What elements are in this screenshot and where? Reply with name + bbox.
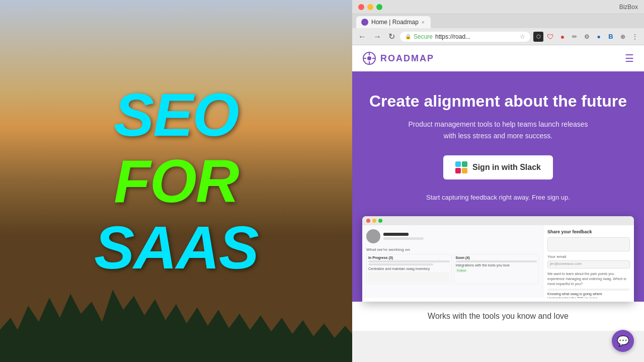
- plus-circle-icon[interactable]: ⊕: [618, 32, 628, 42]
- refresh-button[interactable]: ↻: [386, 31, 397, 42]
- address-bar: ← → ↻ 🔒 Secure https://road... ☆ ⬡ 🛡 ● ✏…: [352, 28, 644, 45]
- hero-subtitle: Product management tools to help teams l…: [408, 119, 589, 141]
- site-logo: ROADMAP: [362, 51, 434, 65]
- maximize-button[interactable]: [376, 4, 382, 10]
- hero-title: Create alignment about the future: [367, 92, 629, 111]
- preview-titlebar: [362, 216, 634, 225]
- free-signup-text: Start capturing feedback right away. Fre…: [367, 194, 629, 201]
- preview-dot-minimize: [372, 219, 376, 223]
- url-bar[interactable]: 🔒 Secure https://road... ☆: [400, 32, 530, 42]
- preview-dot-close: [366, 219, 370, 223]
- layers-icon[interactable]: ⬡: [533, 32, 543, 42]
- slack-logo-icon: [455, 161, 467, 173]
- preview-right-panel: Share your feedback Your email jim@somea…: [543, 225, 634, 298]
- app-preview: What we're working on In Progress (3) Ce…: [352, 216, 644, 302]
- pocket-icon[interactable]: ●: [557, 32, 568, 42]
- preview-dot-maximize: [378, 219, 382, 223]
- site-navbar: ROADMAP ☰: [352, 45, 644, 71]
- seo-line-2: FOR: [94, 148, 258, 214]
- forward-button[interactable]: →: [371, 31, 383, 42]
- bizbox-label: BizBox: [619, 4, 638, 11]
- logo-icon: [362, 51, 376, 65]
- works-section: Works with the tools you know and love: [352, 302, 644, 331]
- chat-icon: 💬: [617, 335, 629, 347]
- window-chrome: BizBox Home | Roadmap × ← → ↻ 🔒 Secure h…: [352, 0, 644, 45]
- menu-icon[interactable]: ⋮: [630, 32, 640, 42]
- tab-title: Home | Roadmap: [371, 19, 419, 26]
- preview-window: What we're working on In Progress (3) Ce…: [362, 216, 634, 302]
- svg-point-1: [367, 56, 371, 60]
- youtube-thumbnail: SEO FOR SAAS: [0, 0, 352, 362]
- browser-tab-active[interactable]: Home | Roadmap ×: [356, 16, 431, 28]
- seo-text-overlay: SEO FOR SAAS: [94, 81, 258, 281]
- edit-icon[interactable]: ✏: [570, 32, 580, 42]
- hero-section: Create alignment about the future Produc…: [352, 71, 644, 216]
- back-button[interactable]: ←: [356, 31, 368, 42]
- preview-left-panel: What we're working on In Progress (3) Ce…: [362, 225, 543, 298]
- url-text: https://road...: [435, 33, 470, 40]
- url-protocol: Secure: [414, 33, 433, 40]
- hamburger-icon[interactable]: ☰: [625, 52, 634, 64]
- title-bar: BizBox: [352, 0, 644, 14]
- bookmark-star-icon[interactable]: ☆: [520, 33, 525, 40]
- circle-icon[interactable]: ●: [594, 32, 604, 42]
- slack-btn-label: Sign in with Slack: [472, 163, 541, 172]
- window-controls: [358, 4, 382, 10]
- seo-line-3: SAAS: [94, 214, 258, 281]
- website-content: ROADMAP ☰ Create alignment about the fut…: [352, 45, 644, 362]
- settings-icon[interactable]: ⚙: [582, 32, 592, 42]
- tab-favicon: [361, 19, 368, 26]
- slack-signin-button[interactable]: Sign in with Slack: [443, 155, 553, 179]
- works-title: Works with the tools you know and love: [362, 312, 634, 321]
- close-button[interactable]: [358, 4, 364, 10]
- chat-fab-button[interactable]: 💬: [612, 330, 634, 352]
- toolbar-icons: ⬡ 🛡 ● ✏ ⚙ ● B ⊕ ⋮: [533, 32, 640, 42]
- b-icon[interactable]: B: [606, 32, 616, 42]
- shield-icon[interactable]: 🛡: [545, 32, 555, 42]
- logo-text: ROADMAP: [380, 53, 434, 64]
- preview-body: What we're working on In Progress (3) Ce…: [362, 225, 634, 298]
- tab-bar: Home | Roadmap ×: [352, 14, 644, 28]
- browser-window: BizBox Home | Roadmap × ← → ↻ 🔒 Secure h…: [352, 0, 644, 362]
- seo-line-1: SEO: [94, 81, 258, 148]
- secure-icon: 🔒: [405, 34, 411, 39]
- tab-close-button[interactable]: ×: [422, 20, 425, 25]
- minimize-button[interactable]: [367, 4, 373, 10]
